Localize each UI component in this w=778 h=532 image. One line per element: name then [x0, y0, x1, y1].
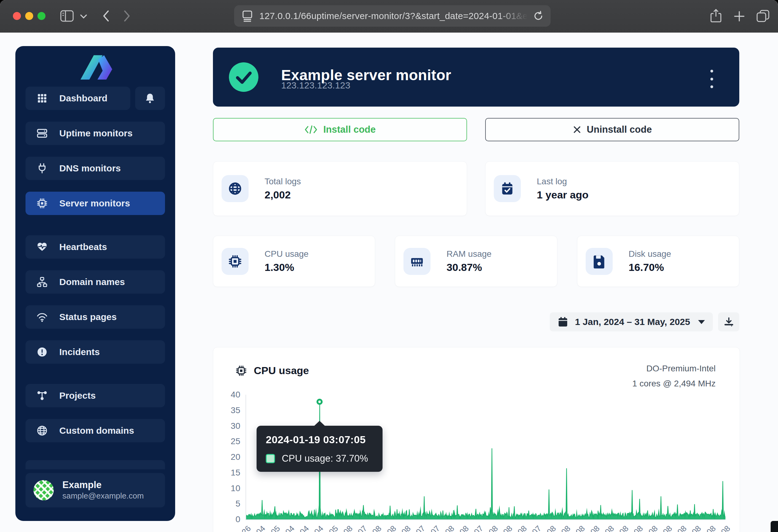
date-range-label: 1 Jan, 2024 – 31 May, 2025	[575, 317, 690, 327]
globe-icon	[36, 425, 48, 436]
download-button[interactable]	[718, 313, 739, 332]
stat-value: 2,002	[264, 189, 301, 201]
stat-label: Total logs	[264, 177, 301, 186]
tooltip-arrow	[314, 421, 325, 426]
chart-tooltip: 2024-01-19 03:07:05 CPU usage: 37.70%	[256, 426, 383, 472]
corner-widget[interactable]	[771, 521, 778, 532]
install-code-label: Install code	[323, 124, 376, 135]
exclamation-circle-icon	[36, 347, 48, 358]
url-text[interactable]: 127.0.0.1/66uptime/server-monitor/3?&sta…	[259, 11, 530, 21]
share-icon[interactable]	[710, 9, 722, 23]
stat-value: 30.87%	[447, 261, 491, 273]
sidebar-item-label: Dashboard	[59, 93, 107, 103]
user-profile[interactable]: Example sample@example.com	[25, 473, 165, 508]
minimize-window-button[interactable]	[25, 12, 33, 20]
sidebar-toggle-icon[interactable]	[60, 10, 74, 22]
chart-title: CPU usage	[235, 365, 309, 376]
caret-down-icon	[698, 320, 705, 324]
y-tick-label: 30	[221, 421, 240, 431]
disk-usage-card: Disk usage 16.70%	[577, 236, 739, 287]
install-code-button[interactable]: Install code	[213, 118, 467, 141]
sidebar-item-dashboard[interactable]: Dashboard	[25, 87, 130, 110]
stat-label: CPU usage	[264, 249, 309, 259]
wifi-icon	[36, 312, 48, 323]
heart-pulse-icon	[36, 242, 48, 253]
calendar-check-icon	[494, 175, 521, 202]
x-icon	[573, 125, 581, 134]
sidebar-item-label: Uptime monitors	[59, 128, 133, 139]
sidebar-item-label: Projects	[59, 390, 95, 401]
stat-value: 1.30%	[264, 261, 309, 273]
calendar-icon	[558, 317, 568, 328]
sidebar: Dashboard	[15, 46, 175, 521]
cpu-chip-icon	[235, 365, 247, 376]
chart-title-text: CPU usage	[254, 365, 309, 376]
download-icon	[723, 317, 734, 328]
uninstall-code-label: Uninstall code	[587, 124, 652, 135]
stat-value: 1 year ago	[537, 189, 589, 201]
close-window-button[interactable]	[13, 12, 21, 20]
stats-row-1: Total logs 2,002 Last log 1 year ago	[213, 161, 739, 216]
sitemap-icon	[36, 276, 48, 287]
sidebar-item-domain-names[interactable]: Domain names	[25, 270, 165, 294]
sidebar-item-uptime-monitors[interactable]: Uptime monitors	[25, 122, 165, 145]
y-tick-label: 15	[221, 468, 240, 478]
tooltip-value: CPU usage: 37.70%	[282, 453, 368, 464]
tab-overview-icon[interactable]	[756, 9, 770, 23]
app-page: Dashboard	[0, 32, 778, 532]
y-tick-label: 0	[221, 515, 240, 524]
sidebar-item-status-pages[interactable]: Status pages	[25, 305, 165, 329]
sidebar-item-label: Server monitors	[59, 198, 130, 208]
sidebar-item-label: Status pages	[59, 312, 117, 322]
share-nodes-icon	[36, 390, 48, 401]
y-tick-label: 20	[221, 452, 240, 462]
globe-icon	[222, 175, 249, 202]
date-range-picker[interactable]: 1 Jan, 2024 – 31 May, 2025	[550, 313, 713, 332]
monitor-header-card: Example server monitor 123.123.123.123	[213, 48, 739, 107]
tooltip-timestamp: 2024-01-19 03:07:05	[266, 434, 383, 446]
forward-icon[interactable]	[123, 9, 132, 23]
action-buttons: Install code Uninstall code	[213, 118, 739, 141]
zoom-window-button[interactable]	[37, 12, 46, 20]
server-info: DO-Premium-Intel 1 cores @ 2,494 MHz	[632, 361, 716, 391]
y-tick-label: 35	[221, 406, 240, 415]
sidebar-item-heartbeats[interactable]: Heartbeats	[25, 235, 165, 259]
x-axis-line	[245, 519, 725, 520]
new-tab-icon[interactable]	[733, 10, 746, 22]
app-logo[interactable]	[15, 52, 175, 85]
server-spec: 1 cores @ 2,494 MHz	[632, 376, 716, 391]
status-up-icon	[229, 62, 258, 92]
more-options-button[interactable]	[705, 68, 718, 90]
address-bar[interactable]: 127.0.0.1/66uptime/server-monitor/3?&sta…	[234, 5, 551, 27]
cpu-usage-chart-card: CPU usage DO-Premium-Intel 1 cores @ 2,4…	[213, 347, 740, 532]
cpu-chip-icon	[222, 248, 249, 275]
chart-toolbar: 1 Jan, 2024 – 31 May, 2025	[213, 313, 739, 332]
page-format-icon[interactable]	[242, 10, 252, 22]
sidebar-item-incidents[interactable]: Incidents	[25, 340, 165, 364]
y-tick-label: 10	[221, 483, 240, 493]
screen: 127.0.0.1/66uptime/server-monitor/3?&sta…	[0, 0, 778, 532]
reload-icon[interactable]	[533, 10, 544, 21]
back-icon[interactable]	[101, 9, 110, 23]
stat-label: RAM usage	[447, 249, 491, 259]
cpu-chip-icon	[36, 198, 48, 209]
sidebar-item-dns-monitors[interactable]: DNS monitors	[25, 157, 165, 180]
uninstall-code-button[interactable]: Uninstall code	[485, 118, 739, 141]
y-tick-label: 25	[221, 436, 240, 446]
sidebar-item-label: Custom domains	[59, 425, 134, 436]
sidebar-item-partial	[25, 460, 165, 469]
notifications-button[interactable]	[135, 87, 165, 110]
server-stack-icon	[36, 128, 48, 139]
stat-value: 16.70%	[629, 261, 672, 273]
sidebar-nav: Dashboard	[25, 87, 165, 454]
sidebar-item-server-monitors[interactable]: Server monitors	[25, 192, 165, 215]
user-name: Example	[62, 479, 144, 491]
grid-icon	[36, 93, 48, 104]
stats-row-2: CPU usage 1.30% RAM usage 30.87%	[213, 236, 739, 287]
sidebar-item-projects[interactable]: Projects	[25, 384, 165, 407]
sidebar-item-label: Heartbeats	[59, 242, 107, 252]
stat-label: Last log	[537, 177, 589, 186]
sidebar-item-custom-domains[interactable]: Custom domains	[25, 419, 165, 442]
avatar	[33, 480, 54, 500]
chevron-down-icon[interactable]	[80, 14, 87, 19]
